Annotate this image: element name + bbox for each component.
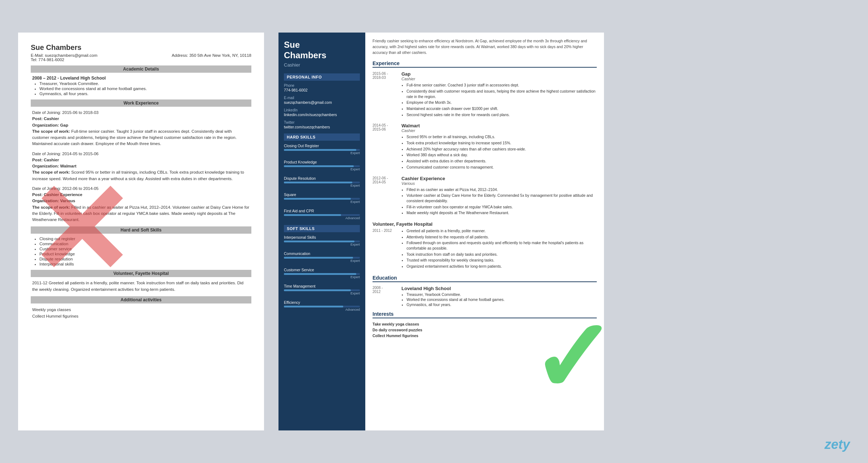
exp-dates-1: 2014-05 -2015-06 <box>373 123 401 170</box>
w1-joining: Date of Joining: 2014-05 to 2015-06 <box>32 152 99 156</box>
email-label-sidebar: E-mail <box>284 96 360 100</box>
linkedin-group: LinkedIn linkedin.com/in/suezqchambers <box>284 108 360 117</box>
hard-skill-fill-4 <box>284 214 341 216</box>
plain-contact-left: E-Mail: suezqchambers@gmail.com Tel: 774… <box>31 53 97 62</box>
volunteer-text: 2011-12 Greeted all patients in a friend… <box>32 280 250 293</box>
soft-skill-bar-4 <box>284 306 360 307</box>
w1-scope-label: The scope of work: <box>32 170 70 174</box>
hard-skill-level-1: Expert <box>284 167 360 171</box>
edu-bullets: Treasurer, Yearbook Committee. Worked th… <box>32 81 250 96</box>
w0-scope-label: The scope of work: <box>32 129 70 133</box>
edu-bullets-modern: Treasurer, Yearbook Committee.Worked the… <box>401 292 597 307</box>
soft-skill-fill-1 <box>284 257 353 259</box>
exp-content-0: Gap Cashier Full-time senior cashier. Co… <box>401 71 597 118</box>
email-value-sidebar: suezqchambers@gmail.com <box>284 100 360 105</box>
exp-entry-1: 2014-05 -2015-06 Walmart Cashier Scored … <box>373 123 597 170</box>
interests-list: Take weekly yoga classesDo daily crosswo… <box>373 322 597 338</box>
hard-skill-fill-2 <box>284 182 352 183</box>
hard-skill-0: Closing Out Register Expert <box>284 144 360 155</box>
hard-skill-name-3: Square <box>284 192 360 197</box>
hard-skill-bar-0 <box>284 149 360 151</box>
edu-modern-entry: 2008 - 2012 Loveland High School Treasur… <box>373 286 597 307</box>
volunteer-section-content: 2011-12 Greeted all patients in a friend… <box>31 280 251 293</box>
interests-section-title: Interests <box>373 311 597 318</box>
edu-years: 2008 – 2012 <box>32 76 56 81</box>
twitter-label: Twitter <box>284 120 360 124</box>
vol-bullet-5: Organized entertainment activities for l… <box>407 264 597 269</box>
edu-school: Loveland High School <box>60 76 106 81</box>
personal-info-title: Personal Info <box>284 73 360 81</box>
volunteer-bullets: Greeted all patients in a friendly, poli… <box>401 228 597 269</box>
resume-plain: ✕ Sue Chambers E-Mail: suezqchambers@gma… <box>18 33 264 430</box>
exp-role-0: Cashier <box>401 77 597 81</box>
exp-2-bullet-0: Filled in as cashier as waiter at Pizza … <box>407 187 597 192</box>
exp-2-bullet-2: Fill-in volunteer cash box operator at r… <box>407 204 597 210</box>
exp-content-1: Walmart Cashier Scored 95% or better in … <box>401 123 597 170</box>
w2-post: Post: Cashier Experience <box>32 192 82 197</box>
soft-skill-3: Time Management Expert <box>284 284 360 295</box>
exp-2-bullet-1: Volunteer cashier at Daisy Care Home for… <box>407 193 597 203</box>
w2-joining: Date of Joining: 2012-06 to 2014-05 <box>32 186 99 191</box>
edu-modern-content: Loveland High School Treasurer, Yearbook… <box>401 286 597 307</box>
edu-modern-dates: 2008 - 2012 <box>373 286 401 307</box>
soft-skill-level-0: Expert <box>284 243 360 246</box>
hard-skills-title: Hard Skills <box>284 133 360 141</box>
hard-skills-container: Closing Out Register Expert Product Know… <box>284 144 360 220</box>
exp-bullets-0: Full-time senior cashier. Coached 3 juni… <box>401 82 597 117</box>
experience-container: 2015-06 -2018-03 Gap Cashier Full-time s… <box>373 71 597 216</box>
volunteer-dates: 2011 - 2012 <box>373 228 401 270</box>
hard-skill-level-0: Expert <box>284 151 360 155</box>
edu-bullet-modern-0: Treasurer, Yearbook Committee. <box>407 292 597 297</box>
address-value: 350 5th Ave New York, NY, 10118 <box>189 53 251 58</box>
hard-skill-fill-1 <box>284 165 354 167</box>
skill-1: Communication <box>39 242 250 246</box>
edu-bullet-1: Worked the concessions stand at all home… <box>39 86 250 91</box>
volunteer-content: Greeted all patients in a friendly, poli… <box>401 228 597 270</box>
hard-skill-name-0: Closing Out Register <box>284 144 360 148</box>
soft-skill-name-1: Communication <box>284 251 360 256</box>
soft-skill-fill-2 <box>284 273 356 275</box>
exp-entry-2: 2012-06 -2014-05 Cashier Experience Vari… <box>373 176 597 216</box>
soft-skill-level-2: Expert <box>284 275 360 279</box>
additional-section-header: Additional activities <box>31 296 251 303</box>
w2-org: Organization: Various <box>32 199 75 203</box>
soft-skill-level-4: Advanced <box>284 308 360 311</box>
additional-section-content: Weekly yoga classes Collect Hummel figur… <box>31 306 251 320</box>
soft-skill-name-2: Customer Service <box>284 268 360 272</box>
hard-skill-3: Square Expert <box>284 192 360 204</box>
twitter-value: twitter.com/suezqchambers <box>284 125 360 129</box>
exp-0-bullet-2: Employee of the Month 3x. <box>407 100 597 105</box>
soft-skills-title: Soft Skills <box>284 225 360 232</box>
hard-skill-level-2: Expert <box>284 184 360 187</box>
phone-group: Phone 774-981-6002 <box>284 84 360 92</box>
work-section-content: Date of Joining: 2015-06 to 2018-03 Post… <box>31 110 251 223</box>
exp-0-bullet-3: Maintained accurate cash drawer over $10… <box>407 106 597 111</box>
edu-bullet-modern-2: Gymnastics, all four years. <box>407 302 597 307</box>
linkedin-label: LinkedIn <box>284 108 360 112</box>
modern-main: Friendly cashier seeking to enhance effi… <box>365 33 604 430</box>
w0-org: Organization: Gap <box>32 123 68 127</box>
hard-skill-level-4: Advanced <box>284 216 360 220</box>
w2-scope-label: The scope of work: <box>32 205 70 209</box>
exp-1-bullet-0: Scored 95% or better in all trainings, i… <box>407 134 597 140</box>
exp-bullets-2: Filled in as cashier as waiter at Pizza … <box>401 187 597 216</box>
academic-section-content: 2008 – 2012 - Loveland High School Treas… <box>31 76 251 96</box>
modern-summary: Friendly cashier seeking to enhance effi… <box>373 38 597 55</box>
exp-org-2: Cashier Experience <box>401 176 597 181</box>
experience-section-title: Experience <box>373 60 597 68</box>
skill-3: Product knowledge <box>39 252 250 256</box>
phone-label: Phone <box>284 84 360 88</box>
soft-skill-4: Efficiency Advanced <box>284 300 360 311</box>
soft-skill-fill-0 <box>284 241 354 242</box>
plain-contact-right: Address: 350 5th Ave New York, NY, 10118 <box>172 53 251 62</box>
skill-2: Customer service <box>39 247 250 251</box>
modern-name: Sue Chambers <box>284 40 360 61</box>
plain-name: Sue Chambers <box>31 43 251 52</box>
plain-contact: E-Mail: suezqchambers@gmail.com Tel: 774… <box>31 53 251 62</box>
soft-skills-container: Interpersonal Skills Expert Communicatio… <box>284 235 360 311</box>
soft-skill-0: Interpersonal Skills Expert <box>284 235 360 246</box>
soft-skill-1: Communication Expert <box>284 251 360 263</box>
hard-skill-4: First Aid and CPR Advanced <box>284 209 360 220</box>
volunteer-exp-entry: 2011 - 2012 Greeted all patients in a fr… <box>373 228 597 270</box>
w1-org: Organization: Walmart <box>32 164 76 168</box>
